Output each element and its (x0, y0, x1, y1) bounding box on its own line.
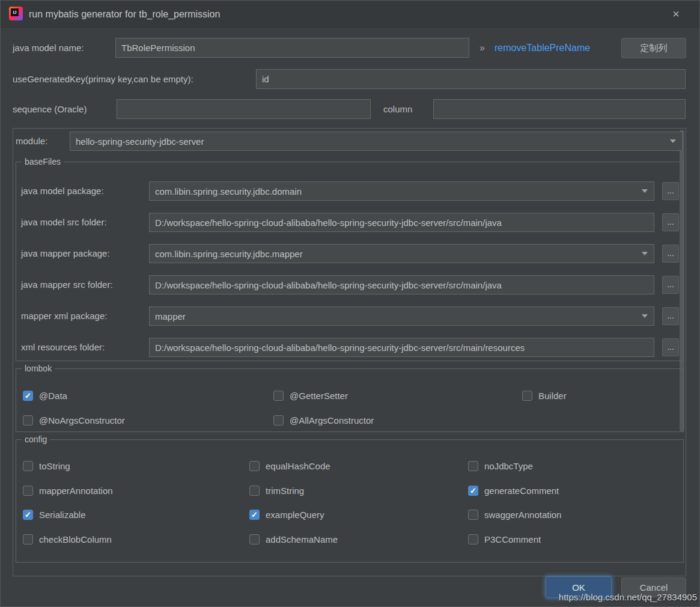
checkbox-label: addSchemaName (266, 534, 338, 544)
chevron-down-icon (670, 139, 676, 143)
xml-resources-folder-input[interactable]: D:/workspace/hello-spring-cloud-alibaba/… (149, 338, 654, 357)
checkbox-box: ✓ (249, 486, 260, 496)
checkbox-generatecomment[interactable]: ✓ generateComment (468, 484, 559, 496)
checkbox-builder[interactable]: ✓ Builder (522, 389, 567, 401)
checkbox-label: generateComment (484, 486, 559, 496)
checkbox-box: ✓ (468, 461, 478, 471)
title-bar: IJ run mybatis generator for tb_role_per… (1, 1, 699, 28)
checkbox-label: Builder (538, 391, 567, 401)
chevron-down-icon (642, 189, 648, 193)
checkbox-box: ✓ (249, 534, 260, 544)
checkbox-label: toString (39, 461, 70, 471)
check-icon: ✓ (250, 510, 259, 519)
checkbox-equalhashcode[interactable]: ✓ equalHashCode (249, 460, 330, 472)
column-input[interactable] (433, 99, 686, 119)
config-group-label: config (22, 435, 50, 445)
check-icon: ✓ (23, 510, 32, 519)
basefiles-group-label: baseFiles (22, 157, 64, 167)
checkbox-allargsconstructor[interactable]: ✓ @AllArgsConstructor (273, 414, 374, 426)
checkbox-trimstring[interactable]: ✓ trimString (249, 484, 304, 496)
sequence-label: sequence (Oracle) (13, 99, 87, 119)
checkbox-label: @GetterSetter (290, 391, 348, 401)
mapper-xml-package-label: mapper xml package: (21, 307, 107, 326)
xml-resources-folder-label: xml resources folder: (21, 338, 105, 357)
java-model-package-browse-button[interactable]: ... (662, 182, 679, 200)
checkbox-label: equalHashCode (266, 461, 330, 471)
checkbox-label: @AllArgsConstructor (290, 415, 374, 426)
intellij-logo-icon: IJ (9, 7, 23, 20)
module-label: module: (16, 132, 47, 151)
checkbox-label: swaggerAnnotation (484, 510, 561, 520)
java-model-src-folder-label: java model src folder: (21, 213, 107, 232)
checkbox-box: ✓ (23, 486, 33, 496)
module-select[interactable]: hello-spring-security-jdbc-server (70, 132, 683, 151)
checkbox-box: ✓ (468, 510, 478, 520)
checkbox-checkblobcolumn[interactable]: ✓ checkBlobColumn (23, 533, 112, 545)
check-icon: ✓ (23, 391, 32, 400)
java-mapper-src-folder-label: java mapper src folder: (21, 275, 113, 294)
checkbox-label: trimString (266, 486, 304, 496)
checkbox-label: exampleQuery (266, 510, 324, 520)
checkbox-noargsconstructor[interactable]: ✓ @NoArgsConstructor (23, 414, 125, 426)
checkbox-label: mapperAnnotation (39, 486, 113, 496)
checkbox-data[interactable]: ✓ @Data (23, 389, 67, 401)
close-icon[interactable]: × (668, 6, 684, 22)
java-mapper-package-label: java mapper package: (21, 244, 110, 263)
sequence-input[interactable] (117, 99, 371, 119)
checkbox-box: ✓ (23, 534, 33, 544)
java-model-name-label: java model name: (13, 38, 84, 58)
checkbox-box: ✓ (468, 486, 478, 496)
checkbox-p3ccomment[interactable]: ✓ P3CComment (468, 533, 541, 545)
check-icon: ✓ (469, 486, 478, 495)
checkbox-tostring[interactable]: ✓ toString (23, 460, 70, 472)
chevron-down-icon (642, 252, 648, 255)
checkbox-addschemaname[interactable]: ✓ addSchemaName (249, 533, 338, 545)
checkbox-examplequery[interactable]: ✓ exampleQuery (249, 508, 324, 520)
column-label: column (383, 99, 412, 119)
checkbox-box: ✓ (273, 415, 284, 426)
use-generated-key-input[interactable] (256, 69, 686, 89)
checkbox-label: P3CComment (484, 534, 541, 544)
basefiles-group: baseFiles java model package: com.libin.… (16, 162, 684, 361)
java-model-src-folder-browse-button[interactable]: ... (662, 213, 679, 231)
checkbox-box: ✓ (23, 461, 33, 471)
checkbox-serializable[interactable]: ✓ Serializable (23, 508, 86, 520)
java-model-name-input[interactable] (115, 38, 469, 58)
checkbox-label: noJdbcType (484, 461, 533, 471)
checkbox-box: ✓ (23, 391, 33, 401)
java-mapper-src-folder-browse-button[interactable]: ... (662, 276, 679, 294)
custom-column-button[interactable]: 定制列 (621, 38, 686, 58)
lombok-group: lombok ✓ @Data ✓ @GetterSetter ✓ Builder… (16, 368, 684, 432)
checkbox-swaggerannotation[interactable]: ✓ swaggerAnnotation (468, 508, 561, 520)
java-model-package-select[interactable]: com.libin.spring.security.jdbc.domain (149, 181, 654, 201)
checkbox-box: ✓ (249, 461, 260, 471)
checkbox-label: Serializable (39, 510, 86, 520)
chevron-down-icon (642, 314, 648, 318)
checkbox-box: ✓ (273, 391, 284, 401)
module-select-value: hello-spring-security-jdbc-server (76, 136, 204, 147)
use-generated-key-label: useGeneratedKey(primay key,can be empty)… (13, 69, 193, 89)
mybatis-generator-dialog: IJ run mybatis generator for tb_role_per… (0, 0, 700, 607)
chevron-right-icon: » (479, 38, 485, 58)
mapper-xml-package-select[interactable]: mapper (149, 307, 654, 326)
java-mapper-package-select[interactable]: com.libin.spring.security.jdbc.mapper (149, 244, 654, 263)
mapper-xml-package-browse-button[interactable]: ... (662, 307, 679, 325)
checkbox-mapperannotation[interactable]: ✓ mapperAnnotation (23, 484, 113, 496)
checkbox-box: ✓ (468, 534, 478, 544)
remove-table-pre-name-link[interactable]: removeTablePreName (495, 38, 590, 58)
java-model-package-label: java model package: (21, 181, 104, 201)
java-mapper-package-browse-button[interactable]: ... (662, 245, 679, 263)
xml-resources-folder-browse-button[interactable]: ... (662, 338, 679, 356)
config-group: config ✓ toString ✓ equalHashCode ✓ noJd… (16, 439, 684, 563)
checkbox-box: ✓ (522, 391, 532, 401)
java-model-src-folder-input[interactable]: D:/workspace/hello-spring-cloud-alibaba/… (149, 213, 654, 232)
lombok-group-label: lombok (22, 364, 55, 374)
checkbox-box: ✓ (23, 510, 33, 520)
checkbox-nojdbctype[interactable]: ✓ noJdbcType (468, 460, 533, 472)
checkbox-box: ✓ (23, 415, 33, 426)
checkbox-box: ✓ (249, 510, 260, 520)
watermark-text: https://blog.csdn.net/qq_27834905 (559, 592, 697, 602)
checkbox-gettersetter[interactable]: ✓ @GetterSetter (273, 389, 348, 401)
java-mapper-src-folder-input[interactable]: D:/workspace/hello-spring-cloud-alibaba/… (149, 275, 654, 294)
dialog-title: run mybatis generator for tb_role_permis… (29, 1, 220, 28)
